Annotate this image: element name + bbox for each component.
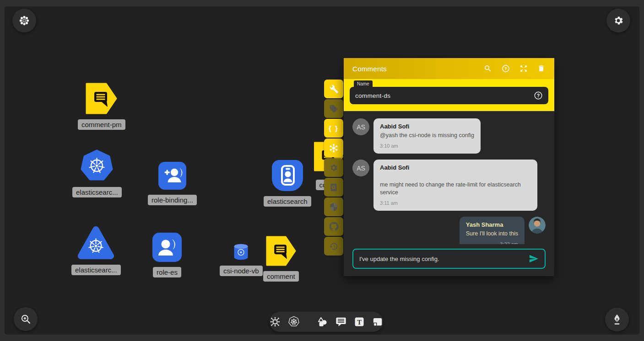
history-tool-button[interactable] bbox=[324, 237, 343, 256]
wrench-icon bbox=[329, 84, 339, 94]
svg-text:?: ? bbox=[537, 93, 540, 98]
comment-input-value: I've update the missing config. bbox=[359, 256, 439, 262]
configure-tool-button[interactable] bbox=[324, 80, 343, 98]
search-icon[interactable] bbox=[484, 64, 492, 73]
doc-scan-tool-button[interactable] bbox=[324, 178, 343, 197]
avatar: AS bbox=[352, 118, 369, 135]
message-list: AS Aabid Sofi @yash the csi-node is miss… bbox=[344, 111, 554, 244]
node-label: elasticsearch bbox=[264, 196, 311, 207]
settings-button[interactable] bbox=[606, 9, 630, 32]
comment-input[interactable]: I've update the missing config. bbox=[352, 249, 546, 269]
meshsync-flower-button[interactable] bbox=[12, 9, 36, 32]
node-label: role-es bbox=[153, 267, 181, 277]
comment-shape-icon bbox=[266, 236, 296, 266]
message-text: @yash the csi-node is missing config bbox=[380, 132, 474, 139]
node-csi-node-vb[interactable]: csi-node-vb bbox=[220, 244, 263, 276]
comment-tool-button[interactable] bbox=[335, 316, 347, 328]
role-icon bbox=[152, 233, 182, 262]
tag-tool-button[interactable] bbox=[324, 99, 343, 118]
svg-text:?: ? bbox=[504, 66, 507, 71]
mesh-hub-tool-button[interactable] bbox=[324, 139, 343, 157]
storage-cylinder-icon bbox=[233, 244, 249, 260]
comments-panel-header[interactable]: Comments ? bbox=[344, 58, 554, 79]
node-label: comment-pm bbox=[78, 119, 125, 130]
fullscreen-icon[interactable] bbox=[520, 64, 528, 73]
message-bubble: Aabid Sofi @yash the csi-node is missing… bbox=[373, 118, 481, 154]
role-binding-icon bbox=[158, 162, 186, 190]
doc-search-icon bbox=[329, 183, 338, 192]
braces-icon: { } bbox=[329, 124, 339, 132]
delete-icon[interactable] bbox=[537, 64, 546, 73]
avatar: AS bbox=[352, 160, 369, 176]
message-text: me might need to change the rate-limit f… bbox=[380, 181, 531, 197]
node-action-toolbar: { } bbox=[324, 80, 343, 256]
message-text: Sure I'll look into this bbox=[466, 230, 518, 238]
name-field-label: Name bbox=[354, 80, 373, 87]
node-comment[interactable]: comment bbox=[263, 236, 299, 282]
message-author: Aabid Sofi bbox=[380, 164, 531, 171]
message-time: 3:22 am bbox=[466, 240, 518, 244]
name-field-value: comment-ds bbox=[355, 92, 390, 99]
send-icon[interactable] bbox=[529, 254, 539, 264]
message-row-own: Yash Sharma Sure I'll look into this 3:2… bbox=[352, 217, 546, 244]
json-tool-button[interactable]: { } bbox=[324, 119, 343, 138]
design-canvas[interactable]: comment-pm elasticsearc... role-binding.… bbox=[5, 6, 639, 335]
comment-input-row: I've update the missing config. bbox=[344, 244, 554, 276]
message-author: Yash Sharma bbox=[466, 221, 518, 229]
message-author: Aabid Sofi bbox=[380, 123, 474, 130]
gear-icon bbox=[329, 163, 338, 172]
tag-icon bbox=[329, 104, 338, 113]
node-role-es[interactable]: role-es bbox=[152, 233, 182, 277]
flower-icon bbox=[18, 15, 30, 27]
zoom-in-icon bbox=[20, 314, 32, 325]
node-elasticsearch-serviceaccount[interactable]: elasticsearch bbox=[264, 160, 311, 207]
node-comment-pm[interactable]: comment-pm bbox=[78, 83, 125, 130]
svg-text:T: T bbox=[357, 319, 362, 326]
node-label: elasticsearc... bbox=[72, 187, 122, 197]
shield-icon bbox=[329, 202, 338, 212]
node-label: role-binding... bbox=[148, 195, 197, 205]
settings-tool-button[interactable] bbox=[324, 158, 343, 177]
message-time: 3:11 am bbox=[380, 199, 531, 207]
text-tool-button[interactable]: T bbox=[354, 316, 365, 327]
kubernetes-triangle-icon bbox=[77, 224, 114, 261]
pen-nib-icon bbox=[611, 314, 623, 325]
shape-palette-toolbar: T bbox=[270, 312, 383, 332]
shapes-tool-button[interactable] bbox=[316, 316, 328, 328]
security-tool-button[interactable] bbox=[324, 197, 343, 216]
message-row: AS Aabid Sofi @yash the csi-node is miss… bbox=[352, 118, 546, 154]
components-tool-button[interactable] bbox=[269, 316, 281, 328]
zoom-in-button[interactable] bbox=[14, 307, 38, 331]
node-role-binding[interactable]: role-binding... bbox=[148, 162, 197, 205]
comments-panel: Comments ? Name comment-ds bbox=[344, 58, 554, 276]
comment-shape-icon bbox=[86, 83, 117, 114]
mesh-hub-icon bbox=[329, 143, 339, 153]
service-account-icon bbox=[272, 160, 303, 191]
field-help-icon[interactable]: ? bbox=[534, 91, 543, 100]
message-bubble: Yash Sharma Sure I'll look into this 3:2… bbox=[460, 217, 525, 244]
message-time: 3:10 am bbox=[380, 142, 474, 150]
pen-tool-button[interactable] bbox=[605, 308, 629, 331]
node-label: comment bbox=[263, 271, 299, 282]
node-label: elasticsearc... bbox=[71, 265, 121, 275]
github-icon bbox=[329, 222, 339, 231]
history-icon bbox=[329, 242, 338, 251]
kubernetes-tool-button[interactable] bbox=[288, 316, 300, 328]
kubernetes-heptagon-icon bbox=[81, 149, 113, 182]
user-photo-avatar bbox=[529, 217, 546, 234]
gear-icon bbox=[613, 15, 624, 26]
node-elasticsearch-deployment[interactable]: elasticsearc... bbox=[72, 149, 122, 197]
node-label: csi-node-vb bbox=[220, 266, 263, 276]
message-bubble: Aabid Sofi me might need to change the r… bbox=[373, 160, 537, 211]
panel-title: Comments bbox=[352, 65, 387, 73]
image-tool-button[interactable] bbox=[372, 316, 384, 328]
name-section: Name comment-ds ? bbox=[344, 79, 554, 111]
message-row: AS Aabid Sofi me might need to change th… bbox=[352, 160, 546, 211]
help-icon[interactable]: ? bbox=[502, 64, 510, 73]
name-field[interactable]: Name comment-ds ? bbox=[350, 87, 548, 104]
node-elasticsearch-pod[interactable]: elasticsearc... bbox=[71, 224, 121, 275]
github-tool-button[interactable] bbox=[324, 217, 343, 236]
